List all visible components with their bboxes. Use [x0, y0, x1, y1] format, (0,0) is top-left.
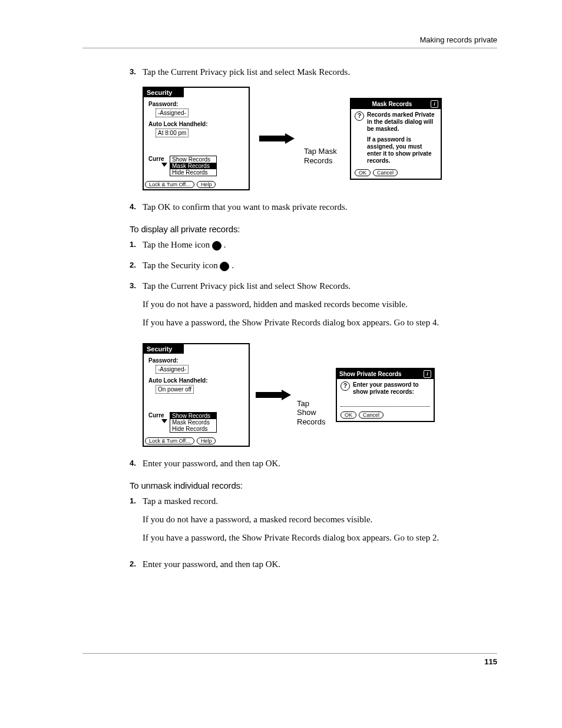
ok-button[interactable]: OK [340, 411, 356, 419]
dialog-title: Show Private Records [339, 371, 402, 377]
screen-title: Security [144, 88, 184, 97]
step-number: 2. [130, 259, 143, 272]
current-privacy-label: Curre [148, 412, 164, 419]
info-icon[interactable]: i [424, 370, 431, 378]
step-number: 3. [130, 280, 143, 335]
privacy-picklist[interactable]: Show Records Mask Records Hide Records [170, 412, 217, 433]
tap-mask-label: Tap Mask Records [304, 147, 340, 165]
lock-turn-off-button[interactable]: Lock & Turn Off... [145, 437, 194, 444]
help-button[interactable]: Help [197, 181, 216, 188]
home-icon [212, 241, 222, 251]
show-private-dialog: Show Private Records i ? Enter your pass… [336, 368, 435, 422]
step-text: Enter your password, and then tap OK. [143, 457, 497, 470]
dialog-text: Enter your password to show private reco… [353, 381, 430, 396]
privacy-picklist[interactable]: Show Records Mask Records Hide Records [170, 156, 217, 176]
step-text: Tap the Home icon . [143, 239, 497, 251]
dialog-text-1: Records marked Private in the details di… [367, 111, 437, 133]
step-number: 1. [130, 495, 143, 550]
autolock-value[interactable]: On power off [156, 385, 194, 394]
display-step-1: 1. Tap the Home icon . [130, 239, 497, 251]
picklist-option-show[interactable]: Show Records [170, 413, 216, 419]
security-icon [220, 262, 229, 271]
password-input[interactable] [340, 400, 430, 407]
step-4: 4. Tap OK to confirm that you want to ma… [130, 201, 497, 213]
step-text: Tap the Current Privacy pick list and se… [143, 280, 497, 335]
autolock-label: Auto Lock Handheld: [148, 377, 244, 384]
page-header: Making records private [82, 35, 497, 48]
screen-title: Security [144, 344, 184, 354]
lock-turn-off-button[interactable]: Lock & Turn Off... [145, 181, 194, 188]
autolock-value[interactable]: At 8:00 pm [156, 129, 189, 137]
unmask-step-1: 1. Tap a masked record. If you do not ha… [130, 495, 497, 550]
password-value[interactable]: -Assigned- [156, 108, 189, 117]
step-number: 4. [130, 457, 143, 470]
password-label: Password: [148, 101, 244, 107]
step-number: 4. [130, 201, 143, 213]
step-text: Tap OK to confirm that you want to mask … [143, 201, 497, 213]
dialog-text-2: If a password is assigned, you must ente… [367, 136, 437, 164]
arrow-icon [256, 390, 291, 400]
dropdown-arrow-icon[interactable] [161, 163, 167, 167]
step-3: 3. Tap the Current Privacy pick list and… [130, 66, 497, 78]
step-number: 3. [130, 66, 143, 78]
dialog-title: Mask Records [372, 101, 412, 107]
display-step-3: 3. Tap the Current Privacy pick list and… [130, 280, 497, 335]
mask-records-dialog: Mask Records i ? Records marked Private … [350, 98, 442, 180]
question-icon: ? [340, 381, 350, 391]
display-step-4: 4. Enter your password, and then tap OK. [130, 457, 497, 470]
picklist-option-mask[interactable]: Mask Records [170, 163, 216, 169]
step-number: 2. [130, 558, 143, 571]
arrow-icon [259, 133, 295, 144]
subheading-unmask: To unmask individual records: [130, 480, 497, 490]
picklist-option-hide[interactable]: Hide Records [170, 426, 216, 432]
security-screen-2: Security Password: -Assigned- Auto Lock … [143, 343, 250, 447]
autolock-label: Auto Lock Handheld: [148, 121, 244, 127]
picklist-option-mask[interactable]: Mask Records [170, 419, 216, 426]
figure-show-records: Security Password: -Assigned- Auto Lock … [143, 343, 497, 447]
step-text: Tap the Current Privacy pick list and se… [143, 66, 497, 78]
picklist-option-hide[interactable]: Hide Records [170, 169, 216, 176]
cancel-button[interactable]: Cancel [373, 169, 398, 176]
cancel-button[interactable]: Cancel [359, 411, 384, 419]
step-text: Tap a masked record. If you do not have … [143, 495, 497, 550]
question-icon: ? [355, 111, 364, 121]
security-screen: Security Password: -Assigned- Auto Lock … [143, 87, 250, 190]
dropdown-arrow-icon[interactable] [161, 419, 167, 423]
help-button[interactable]: Help [197, 437, 216, 444]
subheading-display-private: To display all private records: [130, 224, 497, 234]
unmask-step-2: 2. Enter your password, and then tap OK. [130, 558, 497, 571]
display-step-2: 2. Tap the Security icon . [130, 259, 497, 272]
step-number: 1. [130, 239, 143, 251]
info-icon[interactable]: i [431, 100, 438, 108]
page-number: 115 [82, 653, 497, 666]
step-text: Enter your password, and then tap OK. [143, 558, 497, 571]
figure-mask-records: Security Password: -Assigned- Auto Lock … [143, 87, 497, 190]
picklist-option-show[interactable]: Show Records [170, 156, 216, 163]
password-value[interactable]: -Assigned- [156, 365, 189, 374]
password-label: Password: [148, 357, 244, 364]
ok-button[interactable]: OK [355, 169, 371, 176]
step-text: Tap the Security icon . [143, 259, 497, 272]
tap-show-label: Tap Show Records [297, 399, 330, 427]
current-privacy-label: Curre [148, 156, 164, 162]
